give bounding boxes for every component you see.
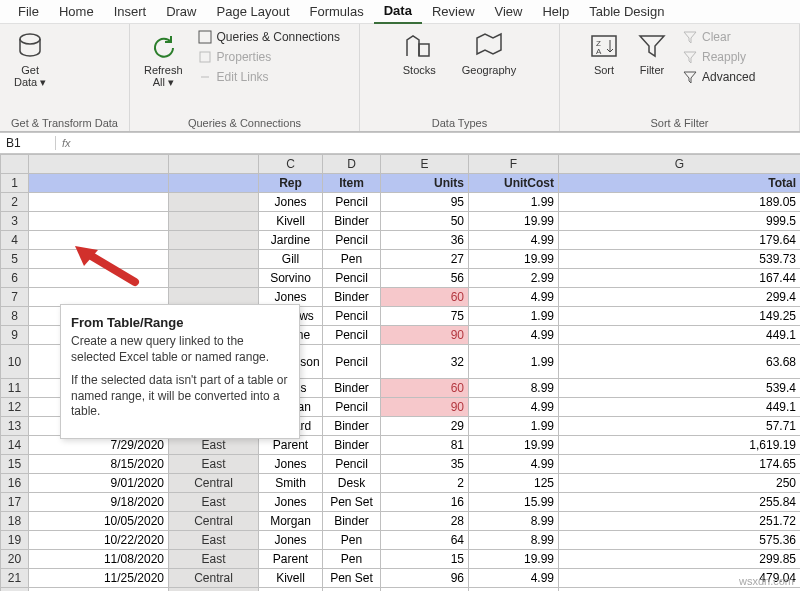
cell[interactable]: Pencil (323, 588, 381, 592)
cell[interactable]: Pencil (323, 345, 381, 379)
cell[interactable]: Central (169, 569, 259, 588)
cell[interactable]: 449.1 (559, 326, 801, 345)
cell[interactable]: Pen Set (323, 569, 381, 588)
cell[interactable]: Binder (323, 288, 381, 307)
cell[interactable]: 539.4 (559, 379, 801, 398)
cell[interactable]: 67 (381, 588, 469, 592)
cell[interactable]: 251.72 (559, 512, 801, 531)
cell[interactable]: 11/08/2020 (29, 550, 169, 569)
cell[interactable]: 8.99 (469, 531, 559, 550)
cell[interactable]: 35 (381, 455, 469, 474)
row-header[interactable]: 14 (1, 436, 29, 455)
cell[interactable]: Pencil (323, 193, 381, 212)
cell[interactable]: 189.05 (559, 193, 801, 212)
name-box[interactable]: B1 (0, 136, 56, 150)
geography-button[interactable]: Geography (458, 28, 520, 78)
cell[interactable]: Central (169, 474, 259, 493)
cell[interactable]: 15 (381, 550, 469, 569)
cell[interactable]: Binder (323, 379, 381, 398)
reapply-button[interactable]: Reapply (680, 48, 757, 66)
cell[interactable]: 12/12/2020 (29, 588, 169, 592)
cell[interactable]: 167.44 (559, 269, 801, 288)
cell[interactable]: 125 (469, 474, 559, 493)
cell[interactable]: 10/05/2020 (29, 512, 169, 531)
cell[interactable]: 19.99 (469, 550, 559, 569)
row-header[interactable]: 3 (1, 212, 29, 231)
cell[interactable]: 575.36 (559, 531, 801, 550)
refresh-all-button[interactable]: Refresh All ▾ (140, 28, 187, 91)
cell[interactable]: 63.68 (559, 345, 801, 379)
cell[interactable]: Parent (259, 550, 323, 569)
cell[interactable] (29, 212, 169, 231)
cell[interactable]: 50 (381, 212, 469, 231)
cell[interactable]: East (169, 455, 259, 474)
cell[interactable]: Pen Set (323, 493, 381, 512)
cell[interactable]: 96 (381, 569, 469, 588)
advanced-button[interactable]: Advanced (680, 68, 757, 86)
stocks-button[interactable]: Stocks (399, 28, 440, 78)
cell[interactable]: 255.84 (559, 493, 801, 512)
row-header[interactable]: 4 (1, 231, 29, 250)
cell[interactable]: 250 (559, 474, 801, 493)
cell[interactable]: Gill (259, 250, 323, 269)
row-header[interactable]: 7 (1, 288, 29, 307)
cell[interactable]: 449.1 (559, 398, 801, 417)
cell[interactable]: 174.65 (559, 455, 801, 474)
cell[interactable]: Smith (259, 474, 323, 493)
cell[interactable]: 1.99 (469, 345, 559, 379)
cell[interactable]: 19.99 (469, 212, 559, 231)
col-header-G[interactable]: G (559, 155, 801, 174)
cell[interactable] (169, 231, 259, 250)
cell[interactable]: 27 (381, 250, 469, 269)
cell[interactable]: Binder (323, 212, 381, 231)
cell[interactable]: 1.99 (469, 307, 559, 326)
cell[interactable]: 28 (381, 512, 469, 531)
fx-icon[interactable]: fx (56, 137, 77, 149)
cell[interactable]: 19.99 (469, 436, 559, 455)
table-header-cell[interactable]: Rep (259, 174, 323, 193)
cell[interactable]: Pencil (323, 398, 381, 417)
cell[interactable]: 57.71 (559, 417, 801, 436)
get-data-button[interactable]: Get Data ▾ (10, 28, 50, 91)
cell[interactable]: 539.73 (559, 250, 801, 269)
cell[interactable]: 299.85 (559, 550, 801, 569)
cell[interactable]: 4.99 (469, 288, 559, 307)
cell[interactable]: 19.99 (469, 250, 559, 269)
row-header[interactable]: 11 (1, 379, 29, 398)
cell[interactable]: 9/18/2020 (29, 493, 169, 512)
cell[interactable]: Binder (323, 512, 381, 531)
cell[interactable]: 10/22/2020 (29, 531, 169, 550)
cell[interactable]: Morgan (259, 512, 323, 531)
col-header-D[interactable]: D (323, 155, 381, 174)
cell[interactable]: 179.64 (559, 231, 801, 250)
tab-home[interactable]: Home (49, 0, 104, 23)
tab-draw[interactable]: Draw (156, 0, 206, 23)
cell[interactable] (169, 193, 259, 212)
row-header[interactable]: 15 (1, 455, 29, 474)
cell[interactable]: 8.99 (469, 379, 559, 398)
cell[interactable]: 1.99 (469, 417, 559, 436)
cell[interactable] (29, 193, 169, 212)
cell[interactable] (169, 269, 259, 288)
cell[interactable]: Binder (323, 436, 381, 455)
cell[interactable]: 299.4 (559, 288, 801, 307)
cell[interactable]: 8.99 (469, 512, 559, 531)
col-header-C[interactable]: C (259, 155, 323, 174)
cell[interactable]: Pencil (323, 455, 381, 474)
tab-file[interactable]: File (8, 0, 49, 23)
cell[interactable]: 75 (381, 307, 469, 326)
cell[interactable]: Smith (259, 588, 323, 592)
cell[interactable]: 32 (381, 345, 469, 379)
cell[interactable]: Pen (323, 531, 381, 550)
table-header-cell[interactable] (169, 174, 259, 193)
cell[interactable]: 11/25/2020 (29, 569, 169, 588)
cell[interactable]: 9/01/2020 (29, 474, 169, 493)
cell[interactable]: 90 (381, 398, 469, 417)
cell[interactable]: Binder (323, 417, 381, 436)
cell[interactable]: 29 (381, 417, 469, 436)
cell[interactable]: East (169, 531, 259, 550)
cell[interactable]: 95 (381, 193, 469, 212)
table-header-cell[interactable]: Total (559, 174, 801, 193)
table-header-cell[interactable]: UnitCost (469, 174, 559, 193)
cell[interactable]: Jones (259, 193, 323, 212)
